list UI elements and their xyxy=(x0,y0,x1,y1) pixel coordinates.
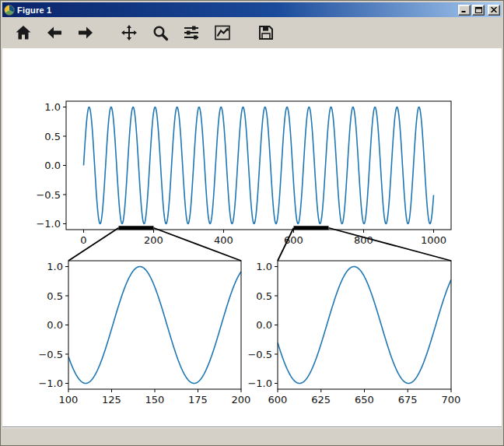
maximize-button[interactable] xyxy=(472,5,485,16)
svg-text:1.0: 1.0 xyxy=(47,261,63,272)
axes-editor-chart-icon xyxy=(213,23,232,42)
window-controls xyxy=(458,5,500,16)
svg-text:150: 150 xyxy=(145,394,165,406)
status-bar xyxy=(2,427,502,444)
svg-text:400: 400 xyxy=(214,234,233,246)
close-button[interactable] xyxy=(488,5,500,16)
pan-arrows-icon xyxy=(120,23,138,42)
minimize-button[interactable] xyxy=(458,5,471,16)
figure-canvas[interactable]: 02004006008001000−1.0−0.50.00.51.0100125… xyxy=(2,48,502,427)
svg-text:1.0: 1.0 xyxy=(256,261,272,272)
forward-arrow-icon xyxy=(76,23,95,42)
svg-text:−0.5: −0.5 xyxy=(36,189,61,201)
navigation-toolbar xyxy=(2,17,502,48)
svg-text:−1.0: −1.0 xyxy=(36,218,61,230)
back-button[interactable] xyxy=(41,19,68,46)
toolbar-separator xyxy=(103,19,116,46)
save-floppy-icon xyxy=(257,23,275,42)
subplot-sliders-icon xyxy=(182,23,201,42)
svg-text:−1.0: −1.0 xyxy=(247,378,272,389)
forward-button[interactable] xyxy=(72,19,99,46)
svg-text:0: 0 xyxy=(80,234,86,246)
save-button[interactable] xyxy=(253,19,279,46)
edit-axes-button[interactable] xyxy=(209,19,236,46)
matplotlib-logo-icon xyxy=(4,5,15,16)
window-title: Figure 1 xyxy=(17,5,456,15)
svg-text:−1.0: −1.0 xyxy=(38,378,63,389)
maximize-icon xyxy=(475,7,482,13)
home-button[interactable] xyxy=(10,19,37,46)
svg-text:1000: 1000 xyxy=(421,234,446,246)
svg-text:−0.5: −0.5 xyxy=(38,349,63,360)
figure-window: Figure 1 xyxy=(0,0,504,446)
pan-button[interactable] xyxy=(116,19,142,46)
close-icon xyxy=(491,7,497,12)
svg-text:1.0: 1.0 xyxy=(44,101,61,113)
svg-text:0.5: 0.5 xyxy=(47,290,63,302)
svg-text:0.0: 0.0 xyxy=(47,319,63,331)
back-arrow-icon xyxy=(45,23,64,42)
svg-text:0.5: 0.5 xyxy=(256,290,272,302)
svg-text:0.5: 0.5 xyxy=(44,131,61,142)
svg-text:0.0: 0.0 xyxy=(44,160,61,171)
svg-text:125: 125 xyxy=(102,394,121,406)
configure-subplots-button[interactable] xyxy=(178,19,205,46)
minimize-icon xyxy=(461,7,467,12)
home-icon xyxy=(14,23,33,42)
zoom-magnifier-icon xyxy=(151,23,170,42)
svg-text:175: 175 xyxy=(188,394,208,406)
svg-text:675: 675 xyxy=(398,394,418,406)
svg-text:700: 700 xyxy=(442,394,461,406)
svg-text:650: 650 xyxy=(355,394,374,406)
svg-text:200: 200 xyxy=(144,234,163,246)
zoom-button[interactable] xyxy=(147,19,173,46)
figure-svg: 02004006008001000−1.0−0.50.00.51.0100125… xyxy=(2,48,502,427)
main-axes: 02004006008001000−1.0−0.50.00.51.0 xyxy=(36,101,451,246)
svg-text:100: 100 xyxy=(59,394,79,406)
toolbar-separator xyxy=(240,19,253,46)
svg-text:625: 625 xyxy=(311,394,331,406)
svg-text:600: 600 xyxy=(284,234,303,246)
svg-text:0.0: 0.0 xyxy=(256,319,272,331)
svg-text:600: 600 xyxy=(268,394,288,406)
svg-text:−0.5: −0.5 xyxy=(247,349,272,360)
inset-left-axes: 100125150175200−1.0−0.50.00.51.0 xyxy=(38,261,250,406)
inset-right-axes: 600625650675700−1.0−0.50.00.51.0 xyxy=(247,261,460,406)
svg-text:200: 200 xyxy=(232,394,251,406)
titlebar[interactable]: Figure 1 xyxy=(2,2,502,17)
